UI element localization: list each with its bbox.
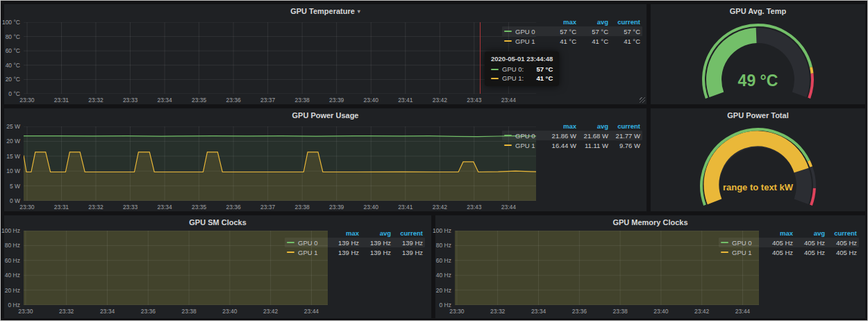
legend-column-header[interactable]: current (608, 18, 640, 26)
gauge-value: range to text kW (723, 182, 794, 192)
series-color-dash-icon (287, 252, 294, 253)
panel-gpu-sm-clocks: GPU SM Clocks 100 Hz80 Hz60 Hz40 Hz20 Hz… (3, 215, 432, 319)
legend-value: 21.77 W (608, 132, 640, 140)
legend-series-toggle[interactable]: GPU 1 (504, 142, 544, 149)
y-tick-label: 10 W (6, 167, 20, 174)
x-tick-label: 23:37 (260, 97, 275, 104)
x-tick-label: 23:36 (226, 204, 240, 211)
x-tick-label: 23:40 (653, 308, 668, 315)
x-axis: 23:3023:3123:3223:3323:3423:3523:3623:37… (24, 96, 536, 104)
legend-column-header[interactable]: max (544, 122, 576, 130)
legend-value: 11.11 W (576, 142, 608, 149)
chart-canvas (24, 231, 328, 305)
legend-value: 57 °C (544, 28, 576, 35)
gauge-threshold-ring-segment (811, 67, 812, 74)
series-color-dash-icon (504, 135, 512, 136)
x-axis: 23:3023:3123:3223:3323:3423:3523:3623:37… (24, 203, 536, 211)
x-tick-label: 23:41 (398, 204, 412, 211)
legend-series-toggle[interactable]: GPU 1 (287, 249, 327, 256)
y-tick-label: 100 Hz (1, 227, 20, 234)
chart-plot-area[interactable] (24, 126, 536, 201)
legend-series-toggle[interactable]: GPU 0 (504, 132, 544, 140)
legend-header-row: maxavgcurrent (719, 228, 859, 238)
y-tick-label: 100 Hz (433, 227, 451, 234)
legend-column-header[interactable]: avg (793, 229, 825, 237)
chart-legend: maxavgcurrentGPU 0139 Hz139 Hz139 HzGPU … (285, 228, 425, 257)
legend-series-label: GPU 0 (298, 239, 318, 247)
panel-resize-handle[interactable] (640, 97, 645, 103)
x-tick-label: 23:36 (572, 308, 587, 315)
x-tick-label: 23:36 (226, 97, 240, 104)
legend-column-header[interactable]: current (391, 229, 423, 237)
chart-plot-area[interactable] (455, 231, 759, 305)
y-axis: 100 °C80 °C60 °C40 °C20 °C0 °C (4, 22, 22, 94)
x-tick-label: 23:30 (19, 97, 34, 104)
tooltip-series-label: GPU 0: (502, 65, 524, 73)
panel-title-gpu-avg-temp[interactable]: GPU Avg. Temp (651, 4, 865, 18)
panel-title-text: GPU Power Total (727, 111, 788, 120)
legend-value: 405 Hz (825, 249, 857, 256)
legend-header-row: maxavgcurrent (502, 17, 642, 26)
gauge-threshold-ring-segment (811, 188, 815, 205)
gauge-gpu-power-total: range to text kW (651, 124, 865, 210)
gauge-threshold-ring-segment (809, 74, 812, 99)
x-tick-label: 23:44 (501, 204, 516, 211)
legend-column-header[interactable]: max (544, 18, 576, 26)
legend-series-toggle[interactable]: GPU 0 (504, 28, 544, 35)
x-tick-label: 23:34 (157, 204, 172, 211)
legend-column-header[interactable]: avg (359, 229, 391, 237)
panel-menu-caret-icon[interactable]: ▾ (358, 8, 360, 15)
x-tick-label: 23:38 (295, 97, 310, 104)
series-color-dash-icon (504, 145, 512, 146)
legend-column-header[interactable]: max (761, 229, 793, 237)
chart-plot-area[interactable] (24, 231, 328, 305)
y-axis: 100 Hz80 Hz60 Hz40 Hz20 Hz0 Hz (435, 231, 453, 305)
y-axis: 100 Hz80 Hz60 Hz40 Hz20 Hz0 Hz (4, 231, 22, 305)
series-color-dash-icon (721, 242, 728, 243)
legend-series-label: GPU 0 (515, 132, 535, 140)
chart-plot-area[interactable] (24, 22, 536, 94)
x-tick-label: 23:42 (433, 97, 447, 104)
legend-column-header[interactable]: current (608, 122, 640, 130)
legend-series-label: GPU 1 (515, 142, 535, 149)
x-tick-label: 23:31 (54, 204, 69, 211)
legend-column-header[interactable]: max (327, 229, 359, 237)
legend-column-header[interactable]: avg (576, 18, 608, 26)
chart-legend: maxavgcurrentGPU 057 °C57 °C57 °CGPU 141… (502, 17, 642, 46)
panel-gpu-memory-clocks: GPU Memory Clocks 100 Hz80 Hz60 Hz40 Hz2… (435, 215, 866, 319)
x-tick-label: 23:38 (612, 308, 627, 315)
x-tick-label: 23:36 (141, 308, 156, 315)
series-color-dash-icon (287, 242, 294, 243)
x-axis: 23:3023:3223:3423:3623:3823:4023:4223:44 (455, 307, 759, 315)
legend-series-toggle[interactable]: GPU 1 (504, 38, 544, 45)
panel-title-gpu-temperature[interactable]: GPU Temperature▾ (4, 4, 646, 18)
legend-column-header[interactable]: avg (576, 122, 608, 130)
legend-series-label: GPU 1 (515, 38, 535, 45)
legend-series-toggle[interactable]: GPU 1 (721, 249, 761, 256)
x-tick-label: 23:40 (364, 204, 378, 211)
legend-series-toggle[interactable]: GPU 0 (721, 239, 761, 247)
chart-canvas (24, 22, 536, 94)
x-tick-label: 23:39 (329, 204, 344, 211)
panel-title-gpu-power-total[interactable]: GPU Power Total (651, 108, 865, 122)
legend-value: 41 °C (544, 38, 576, 45)
chart-legend: maxavgcurrentGPU 0405 Hz405 Hz405 HzGPU … (719, 228, 859, 257)
x-tick-label: 23:32 (88, 204, 103, 211)
legend-series-toggle[interactable]: GPU 0 (287, 239, 327, 247)
y-tick-label: 25 W (6, 123, 20, 130)
y-tick-label: 40 °C (6, 62, 20, 69)
legend-value: 21.86 W (544, 132, 576, 140)
panel-title-gpu-memory-clocks[interactable]: GPU Memory Clocks (435, 215, 865, 229)
panel-title-gpu-power-usage[interactable]: GPU Power Usage (4, 108, 646, 122)
panel-gpu-temperature: GPU Temperature▾ 100 °C80 °C60 °C40 °C20… (3, 3, 647, 105)
legend-series-label: GPU 0 (732, 239, 752, 247)
panel-title-gpu-sm-clocks[interactable]: GPU SM Clocks (4, 215, 431, 229)
panel-title-text: GPU Avg. Temp (730, 7, 787, 15)
legend-row: GPU 0139 Hz139 Hz139 Hz (285, 238, 425, 247)
legend-column-header[interactable]: current (825, 229, 857, 237)
tooltip-series-row: GPU 0:57 °C (491, 65, 553, 74)
x-tick-label: 23:43 (467, 204, 481, 211)
legend-value: 41 °C (576, 38, 608, 45)
gauge-canvas: 49 °C (651, 19, 865, 103)
legend-value: 139 Hz (391, 249, 423, 256)
